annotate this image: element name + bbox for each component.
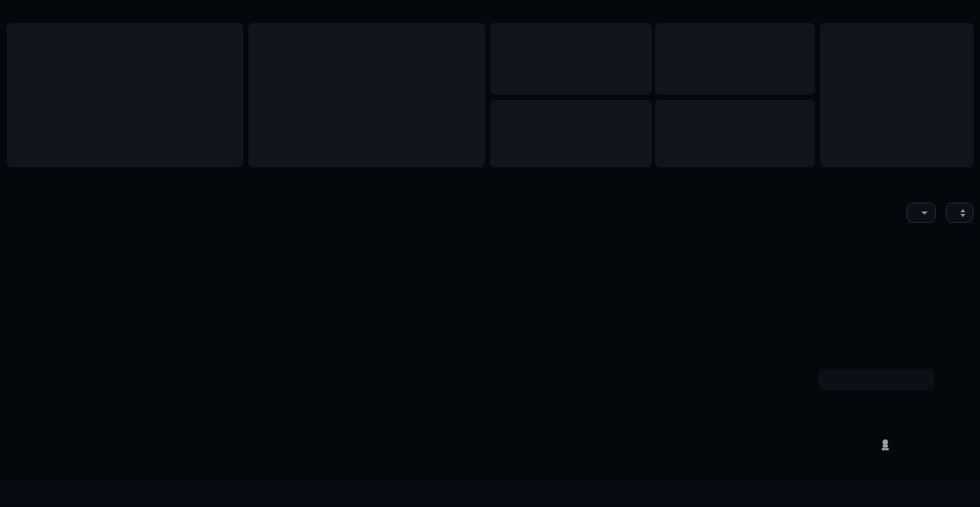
trending-card: [820, 23, 973, 167]
volume-stats-card: [7, 23, 243, 167]
rekt-card-24h: [655, 100, 815, 167]
rekt-card-4h: [655, 23, 815, 95]
interval-select[interactable]: [946, 202, 973, 223]
main-chart-svg[interactable]: [0, 235, 980, 474]
volume-stats-rows: [18, 36, 232, 154]
spinner-icon: [960, 209, 965, 217]
long-short-ratio-card: [248, 23, 485, 167]
long-short-rows: [260, 33, 474, 158]
rekt-card-12h: [490, 100, 652, 167]
chevron-down-icon: [921, 211, 928, 215]
symbol-select[interactable]: [906, 202, 936, 223]
chart-controls: [906, 202, 973, 223]
watermark: [879, 438, 897, 451]
chart-tooltip: [818, 369, 934, 390]
coinglass-logo-icon: [879, 438, 892, 451]
trending-list: [831, 44, 962, 157]
range-navigator[interactable]: [0, 480, 980, 505]
rekt-card-1h: [490, 23, 652, 95]
